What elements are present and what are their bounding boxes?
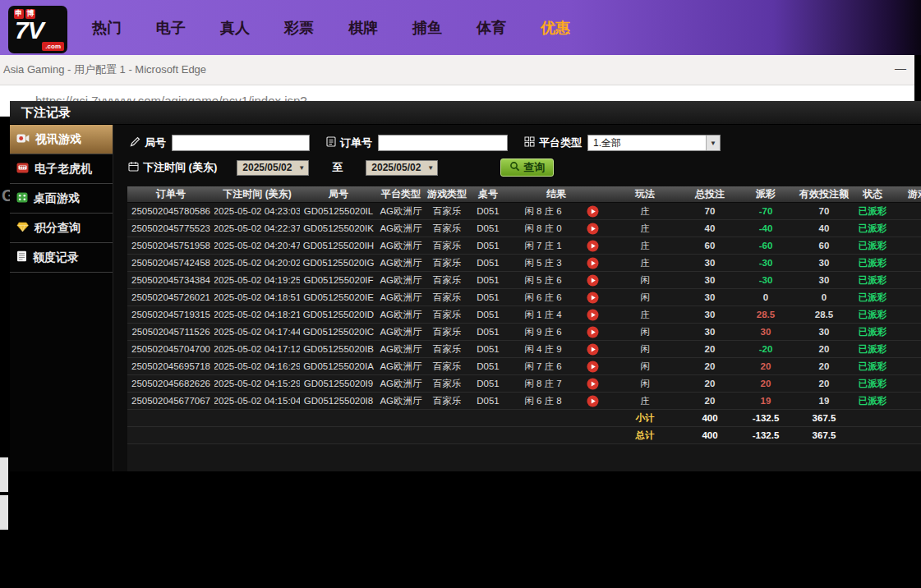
grid-icon <box>524 136 535 149</box>
cell-payout: -20 <box>735 341 796 357</box>
nav-item-棋牌[interactable]: 棋牌 <box>348 18 378 38</box>
play-video-button[interactable] <box>579 393 606 409</box>
cell-bet-side: 庄 <box>606 237 684 254</box>
platform-type-select[interactable]: 1.全部 ▼ <box>587 135 721 151</box>
column-header: 状态 <box>852 186 893 202</box>
cell-bet-time: 2025-05-02 04:16:29 <box>214 358 300 374</box>
cell-valid-bet: 19 <box>796 393 852 409</box>
table-header-row: 订单号下注时间 (美东)局号平台类型游戏类型桌号结果玩法总投注派彩有效投注额状态… <box>127 186 921 203</box>
play-video-button[interactable] <box>579 324 606 340</box>
search-button[interactable]: 查询 <box>500 158 554 177</box>
play-video-button[interactable] <box>579 306 606 323</box>
sidebar-item-label: 额度记录 <box>33 250 79 265</box>
cell-total-bet: 20 <box>684 358 735 374</box>
cell-game-extra <box>893 375 921 392</box>
nav-item-优惠[interactable]: 优惠 <box>541 18 570 38</box>
table-row: 2505020456826262025-05-02 04:15:29GD0512… <box>127 375 921 393</box>
minimize-button[interactable]: — <box>895 62 906 75</box>
svg-text:777: 777 <box>20 165 26 169</box>
cell-payout: 28.5 <box>735 306 796 323</box>
table-row: 2505020457115262025-05-02 04:17:44GD0512… <box>127 324 921 341</box>
sidebar-item-label: 视讯游戏 <box>35 132 81 147</box>
nav-item-热门[interactable]: 热门 <box>92 18 122 38</box>
chevron-down-icon: ▼ <box>298 164 305 172</box>
logo-brand-text: 7V <box>15 16 44 44</box>
cell-platform-type: AG欧洲厅 <box>377 324 425 340</box>
footer-total-bet: 400 <box>684 410 735 426</box>
cell-order-number: 250502045734384 <box>127 272 214 288</box>
sidebar-item-视讯游戏[interactable]: 视讯游戏 <box>10 125 113 154</box>
cell-game-type: 百家乐 <box>425 375 469 392</box>
cell-status: 已派彩 <box>852 358 893 374</box>
nav-item-体育[interactable]: 体育 <box>477 18 506 38</box>
play-video-button[interactable] <box>579 375 606 392</box>
cell-payout: -40 <box>735 220 796 237</box>
filter-row-1: 局号 订单号 平台类型 1.全部 ▼ <box>130 134 721 152</box>
footer-label: 总计 <box>606 427 684 443</box>
play-video-button[interactable] <box>579 237 606 254</box>
sidebar-item-额度记录[interactable]: 额度记录 <box>10 243 113 273</box>
cell-platform-type: AG欧洲厅 <box>377 306 425 323</box>
cell-valid-bet: 70 <box>796 203 852 219</box>
cell-platform-type: AG欧洲厅 <box>377 289 425 305</box>
play-video-button[interactable] <box>579 341 606 357</box>
cell-valid-bet: 60 <box>796 237 852 254</box>
footer-empty <box>852 427 893 443</box>
play-video-button[interactable] <box>579 203 606 219</box>
cell-game-extra <box>893 393 921 409</box>
site-logo[interactable]: 申 博 7V .com <box>8 6 67 53</box>
sidebar-item-桌面游戏[interactable]: 桌面游戏 <box>10 184 113 214</box>
cell-game-extra <box>893 237 921 254</box>
gem-icon <box>16 222 29 235</box>
chevron-down-icon: ▼ <box>706 136 720 150</box>
round-number-input[interactable] <box>172 135 310 151</box>
nav-item-捕鱼[interactable]: 捕鱼 <box>412 18 442 38</box>
play-video-button[interactable] <box>579 358 606 374</box>
cell-order-number: 250502045726021 <box>127 289 214 305</box>
order-number-input[interactable] <box>378 135 508 151</box>
cell-game-extra <box>893 324 921 340</box>
cell-platform-type: AG欧洲厅 <box>377 375 425 392</box>
column-header: 平台类型 <box>377 186 425 202</box>
sidebar-item-label: 桌面游戏 <box>34 191 80 206</box>
cell-game-type: 百家乐 <box>425 324 469 340</box>
column-header: 订单号 <box>127 186 214 202</box>
cell-platform-type: AG欧洲厅 <box>377 272 425 288</box>
date-to-select[interactable]: 2025/05/02 ▼ <box>366 160 438 176</box>
cell-result: 闲 4 庄 9 <box>507 341 579 357</box>
play-video-button[interactable] <box>579 255 606 271</box>
cell-game-extra <box>893 341 921 357</box>
cell-platform-type: AG欧洲厅 <box>377 393 425 409</box>
table-row: 2505020457755232025-05-02 04:22:37GD0512… <box>127 220 921 237</box>
nav-item-彩票[interactable]: 彩票 <box>284 18 314 38</box>
cell-status: 已派彩 <box>852 324 893 340</box>
play-video-button[interactable] <box>579 220 606 237</box>
cell-payout: -30 <box>735 272 796 288</box>
cell-order-number: 250502045682626 <box>127 375 214 392</box>
nav-item-电子[interactable]: 电子 <box>156 18 186 38</box>
bet-record-table: 订单号下注时间 (美东)局号平台类型游戏类型桌号结果玩法总投注派彩有效投注额状态… <box>127 186 921 471</box>
pencil-icon <box>130 136 140 149</box>
bet-time-label: 下注时间 (美东) <box>128 160 217 175</box>
table-row: 2505020457047002025-05-02 04:17:12GD0512… <box>127 341 921 358</box>
cell-bet-time: 2025-05-02 04:19:25 <box>214 272 300 288</box>
cell-round-number: GD051255020IH <box>300 237 377 254</box>
cell-total-bet: 30 <box>684 306 735 323</box>
sidebar-item-电子老虎机[interactable]: 777电子老虎机 <box>10 154 113 184</box>
nav-item-真人[interactable]: 真人 <box>220 18 250 38</box>
calendar-icon <box>128 161 139 174</box>
cell-round-number: GD051255020I9 <box>300 375 377 392</box>
cell-table-number: D051 <box>469 375 507 392</box>
play-video-button[interactable] <box>579 289 606 305</box>
column-header: 游戏类型 <box>425 186 469 202</box>
play-video-button[interactable] <box>579 272 606 288</box>
cell-bet-side: 庄 <box>606 220 684 237</box>
date-from-select[interactable]: 2025/05/02 ▼ <box>237 160 309 176</box>
sidebar-item-积分查询[interactable]: 积分查询 <box>10 214 113 243</box>
cell-total-bet: 20 <box>684 393 735 409</box>
table-row: 2505020457519582025-05-02 04:20:47GD0512… <box>127 237 921 255</box>
cell-valid-bet: 40 <box>796 220 852 237</box>
cell-table-number: D051 <box>469 272 507 288</box>
cell-table-number: D051 <box>469 341 507 357</box>
column-header: 派彩 <box>735 186 796 202</box>
